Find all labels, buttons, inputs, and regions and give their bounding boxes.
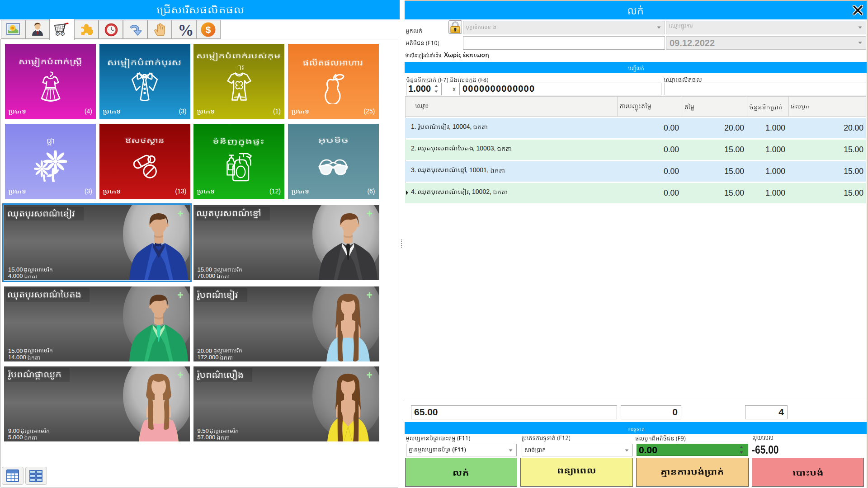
svg-text:$: $ (206, 24, 211, 35)
